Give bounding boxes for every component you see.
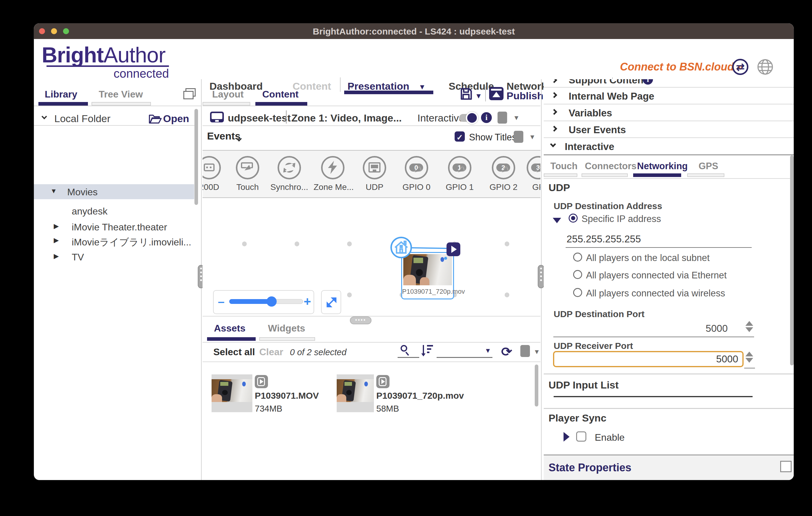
tab-widgets[interactable]: Widgets (268, 323, 305, 334)
filter-dropdown[interactable] (437, 357, 492, 358)
event-gpio0[interactable]: 0 GPIO 0 (397, 156, 436, 192)
open-folder-icon (148, 113, 162, 124)
show-titles-checkbox[interactable]: ✓ (455, 131, 465, 142)
event-gpio3[interactable]: 3 GP (519, 156, 541, 192)
assets-color-swatch[interactable] (520, 345, 530, 357)
state-properties-popout-icon[interactable] (780, 461, 791, 472)
assets-resize-handle[interactable]: •••• (350, 316, 372, 324)
section-user-events[interactable]: User Events (544, 121, 794, 138)
assets-scrollbar[interactable] (535, 364, 538, 406)
ip-address-input[interactable]: 255.255.255.255 (567, 234, 641, 245)
transfer-icon[interactable]: ⇄ (732, 59, 748, 75)
zone-caret-icon[interactable]: ▼ (513, 114, 520, 122)
section-variables[interactable]: Variables (544, 104, 794, 121)
tree-expand-icon[interactable]: ▶ (54, 236, 59, 244)
receiver-port-stepper[interactable] (745, 352, 753, 363)
tree-row-tv[interactable]: ▶ TV (34, 252, 194, 265)
udp-input-list-label: UDP Input List (549, 379, 619, 391)
info-icon[interactable]: i (481, 112, 492, 123)
event-bp200d[interactable]: 200D (203, 156, 228, 192)
sync-icon (278, 156, 301, 179)
destination-port-input[interactable]: 5000 (668, 323, 728, 334)
events-color-swatch[interactable] (514, 131, 523, 143)
address-collapse-icon[interactable] (553, 218, 561, 223)
tree-expand-icon[interactable]: ▶ (54, 252, 59, 260)
tab-connectors[interactable]: Connectors (585, 161, 636, 172)
events-caret-icon[interactable]: ▼ (529, 133, 535, 141)
tab-content[interactable]: Content (262, 89, 298, 100)
state-properties-label: State Properties (549, 461, 631, 474)
receiver-port-input[interactable] (553, 351, 744, 367)
local-subnet-radio[interactable] (573, 252, 582, 262)
local-folder-collapse-icon[interactable] (41, 114, 47, 119)
event-touch[interactable]: Touch (228, 156, 267, 192)
player-sync-expand-icon[interactable] (563, 432, 570, 442)
zone-color-swatch[interactable] (497, 112, 507, 124)
destination-port-stepper[interactable] (745, 321, 753, 332)
tree-row-imovie-theater[interactable]: ▶ iMovie Theater.theater (34, 222, 194, 235)
udp-input-list-field[interactable] (554, 396, 753, 397)
tab-tree-view[interactable]: Tree View (99, 89, 143, 100)
section-label: Interactive (565, 141, 614, 152)
event-udp[interactable]: UDP (355, 156, 394, 192)
specific-ip-radio[interactable] (569, 214, 578, 222)
nav-presentation-caret-icon[interactable]: ▼ (418, 83, 426, 91)
wireless-radio[interactable] (573, 288, 582, 297)
zoom-in-button[interactable]: + (304, 294, 311, 309)
event-zone-message[interactable]: Zone Me... (314, 156, 352, 192)
asset-thumbnail[interactable] (211, 374, 252, 412)
library-scrollbar[interactable] (195, 109, 198, 205)
section-interactive[interactable]: Interactive (544, 138, 794, 154)
tree-expand-icon[interactable]: ▶ (54, 222, 59, 230)
zoom-out-button[interactable]: – (218, 295, 225, 308)
select-all-button[interactable]: Select all (213, 346, 255, 358)
media-play-icon[interactable] (446, 242, 460, 256)
presentation-name: udpseek-test (228, 112, 291, 124)
refresh-icon[interactable]: ⟳ (501, 344, 512, 359)
assets-caret-icon[interactable]: ▼ (533, 348, 540, 356)
tab-layout[interactable]: Layout (212, 89, 244, 100)
tab-library[interactable]: Library (45, 89, 77, 100)
open-button-label: Open (163, 113, 189, 124)
events-label[interactable]: Events (207, 130, 241, 142)
enable-checkbox[interactable] (576, 431, 586, 442)
tab-touch[interactable]: Touch (550, 161, 578, 172)
panel-toggle-icon[interactable] (185, 88, 196, 97)
home-state-icon[interactable] (390, 237, 412, 258)
publish-icon[interactable] (489, 87, 503, 100)
publish-button[interactable]: Publish (506, 90, 544, 102)
save-caret-icon[interactable]: ▼ (475, 92, 482, 100)
save-button[interactable] (459, 87, 473, 102)
tab-touch-underline (544, 173, 577, 177)
event-gpio1[interactable]: 1 GPIO 1 (440, 156, 479, 192)
expand-icon (325, 296, 337, 308)
event-gpio2[interactable]: 2 GPIO 2 (484, 156, 523, 192)
asset-thumbnail[interactable] (337, 374, 374, 412)
state-properties-bar[interactable]: State Properties (544, 455, 794, 480)
properties-scrollbar[interactable] (790, 155, 794, 365)
clear-button[interactable]: Clear (259, 346, 283, 358)
tree-row-anydesk[interactable]: anydesk (72, 206, 108, 217)
ethernet-radio[interactable] (573, 270, 582, 279)
app-window: BrightAuthor:connected - LS424 : udpseek… (34, 23, 794, 480)
section-internal-web-page[interactable]: Internal Web Page (544, 87, 794, 104)
fit-canvas-button[interactable] (321, 290, 341, 314)
events-strip: 200D Touch Synchro... Zone Me... (203, 150, 541, 198)
zoom-slider-knob[interactable] (266, 296, 277, 307)
tree-expand-icon[interactable]: ▼ (50, 187, 57, 195)
section-label: Internal Web Page (569, 91, 654, 102)
open-folder-button[interactable]: Open (148, 113, 189, 124)
tree-row-movies[interactable]: ▼ Movies (34, 184, 194, 199)
section-support-content[interactable]: Support Content i (544, 79, 794, 88)
interactive-toggle[interactable] (459, 114, 476, 122)
right-panel-resize-handle[interactable] (538, 265, 544, 288)
connect-bsn-link[interactable]: Connect to BSN.cloud » (620, 61, 743, 73)
local-subnet-label: All players on the local subnet (586, 252, 710, 264)
tab-gps[interactable]: GPS (699, 161, 718, 172)
tree-row-imovie-library[interactable]: ▶ iMovieライブラリ.imovieli... (34, 236, 194, 249)
event-synchronize[interactable]: Synchro... (270, 156, 309, 192)
globe-icon[interactable] (757, 59, 773, 75)
tab-networking[interactable]: Networking (637, 161, 688, 172)
filter-caret-icon[interactable]: ▼ (485, 347, 491, 355)
tab-assets[interactable]: Assets (214, 323, 245, 334)
